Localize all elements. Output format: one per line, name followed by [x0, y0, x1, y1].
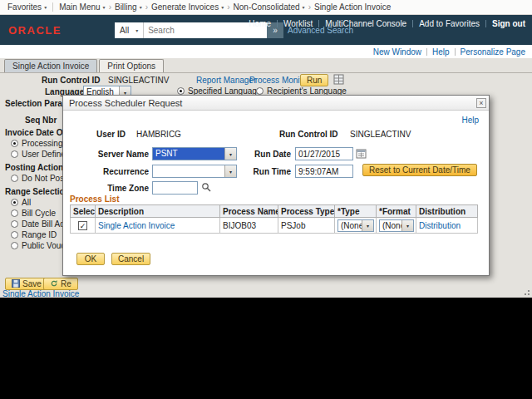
reset-button-label: Reset to Current Date/Time [369, 165, 470, 175]
column-format: *Format [377, 205, 416, 218]
run-date-label: Run Date [248, 150, 291, 159]
type-select[interactable]: (None) ▾ [337, 219, 374, 232]
chevron-down-icon: ▾ [224, 165, 236, 177]
run-time-input[interactable] [295, 165, 353, 178]
range-selection-header: Range Selection [5, 187, 70, 196]
radio-label: Do Not Post [22, 174, 66, 183]
radio-icon [11, 242, 18, 249]
radio-icon [11, 199, 18, 206]
chevron-down-icon: ▾ [44, 5, 47, 10]
return-button[interactable]: Re [43, 278, 78, 290]
calendar-icon[interactable] [356, 148, 367, 160]
divider [412, 20, 413, 27]
type-value: (None) [338, 220, 362, 231]
recurrence-select[interactable]: ▾ [152, 165, 237, 178]
application-window: Favorites ▾ Main Menu ▾ › Billing ▾ › Ge… [0, 0, 532, 298]
return-button-label: Re [61, 279, 71, 288]
column-description: Description [96, 205, 220, 218]
breadcrumb-label: Non-Consolidated [234, 2, 300, 12]
run-control-id-label: Run Control ID [42, 76, 101, 85]
dialog-help-link[interactable]: Help [461, 116, 479, 125]
header-links: Home Worklist MultiChannel Console Add t… [249, 19, 525, 28]
grid-icon[interactable] [333, 74, 344, 86]
tab-single-action-invoice[interactable]: Single Action Invoice [4, 59, 97, 72]
user-id-value: HAMBRICG [136, 130, 181, 139]
radio-icon [256, 87, 264, 95]
time-zone-label: Time Zone [78, 184, 149, 193]
breadcrumb-item-billing[interactable]: Billing ▾ [112, 2, 145, 12]
ok-button-label: OK [85, 254, 96, 264]
chevron-down-icon: ▾ [221, 5, 224, 10]
resize-grip[interactable] [522, 288, 530, 295]
multichannel-console-link[interactable]: MultiChannel Console [325, 19, 406, 28]
tab-print-options[interactable]: Print Options [99, 59, 164, 72]
run-button[interactable]: Run [300, 74, 328, 86]
search-scope-value: All [120, 26, 129, 35]
cancel-button[interactable]: Cancel [111, 253, 150, 265]
divider [485, 20, 486, 27]
time-zone-input[interactable] [152, 181, 198, 195]
breadcrumb-label: Generate Invoices [151, 2, 219, 12]
radio-range-id[interactable]: Range ID [11, 230, 57, 239]
radio-user-defined[interactable]: User Defined [11, 150, 70, 159]
recurrence-value [153, 165, 224, 177]
breadcrumb-label: Main Menu [59, 2, 100, 12]
close-icon[interactable]: × [476, 98, 486, 108]
select-checkbox[interactable] [78, 221, 87, 230]
breadcrumb-item-single-action-invoice[interactable]: Single Action Invoice [312, 2, 393, 12]
lookup-icon[interactable] [201, 182, 211, 194]
new-window-link[interactable]: New Window [373, 47, 421, 57]
cancel-button-label: Cancel [118, 254, 144, 264]
radio-all[interactable]: All [11, 198, 31, 207]
radio-bill-cycle[interactable]: Bill Cycle [11, 209, 56, 218]
chevron-down-icon: ▾ [224, 148, 236, 160]
home-link[interactable]: Home [249, 19, 271, 28]
dialog-title: Process Scheduler Request [69, 98, 182, 108]
table-row: Single Action Invoice BIJOB03 PSJob (Non… [71, 218, 478, 234]
add-to-favorites-link[interactable]: Add to Favorites [419, 19, 480, 28]
breadcrumb: Favorites ▾ Main Menu ▾ › Billing ▾ › Ge… [0, 0, 532, 15]
save-icon [12, 279, 20, 289]
divider [426, 48, 427, 56]
radio-label: All [22, 198, 31, 207]
distribution-link[interactable]: Distribution [419, 221, 461, 230]
breadcrumb-item-favorites[interactable]: Favorites ▾ [5, 2, 49, 12]
radio-icon [11, 140, 18, 147]
worklist-link[interactable]: Worklist [283, 19, 313, 28]
server-name-label: Server Name [78, 150, 149, 159]
breadcrumb-label: Single Action Invoice [314, 2, 391, 12]
breadcrumb-item-main-menu[interactable]: Main Menu ▾ [57, 2, 107, 12]
run-date-input[interactable] [295, 147, 353, 160]
breadcrumb-item-non-consolidated[interactable]: Non-Consolidated ▾ [231, 2, 308, 12]
ok-button[interactable]: OK [76, 253, 105, 265]
divider [52, 2, 53, 12]
reset-date-time-button[interactable]: Reset to Current Date/Time [362, 164, 477, 176]
radio-do-not-post[interactable]: Do Not Post [11, 174, 66, 183]
process-description-link[interactable]: Single Action Invoice [98, 221, 175, 230]
search-scope-select[interactable]: All ▾ [115, 22, 144, 38]
chevron-down-icon: ▾ [303, 5, 305, 10]
chevron-down-icon: ▾ [140, 5, 142, 10]
run-control-id-value: SINGLEACTINV [108, 76, 169, 85]
seq-nbr-label: Seq Nbr [25, 116, 57, 125]
breadcrumb-label: Favorites [7, 2, 42, 12]
save-button[interactable]: Save [5, 278, 48, 290]
format-select[interactable]: (None) ▾ [379, 219, 414, 232]
refresh-icon [50, 279, 58, 289]
chevron-down-icon: ▾ [362, 220, 373, 231]
process-list-table: Select Description Process Name Process … [70, 204, 478, 234]
posting-action-header: Posting Action [5, 163, 63, 172]
radio-public-voucher[interactable]: Public Vouch [11, 241, 70, 250]
table-header-row: Select Description Process Name Process … [71, 205, 478, 218]
chevron-down-icon: ▾ [103, 5, 106, 10]
server-name-select[interactable]: PSNT ▾ [152, 147, 237, 160]
sign-out-link[interactable]: Sign out [492, 19, 525, 28]
radio-date-bill-added[interactable]: Date Bill Add [11, 219, 69, 229]
help-link[interactable]: Help [432, 47, 450, 57]
report-manager-link[interactable]: Report Manager [196, 76, 256, 85]
chevron-down-icon: ▾ [401, 220, 413, 231]
single-action-invoice-bottom-link[interactable]: Single Action Invoice [2, 289, 79, 298]
breadcrumb-item-generate-invoices[interactable]: Generate Invoices ▾ [149, 2, 226, 12]
tab-bar: Single Action Invoice Print Options [0, 58, 532, 73]
personalize-page-link[interactable]: Personalize Page [461, 47, 525, 57]
